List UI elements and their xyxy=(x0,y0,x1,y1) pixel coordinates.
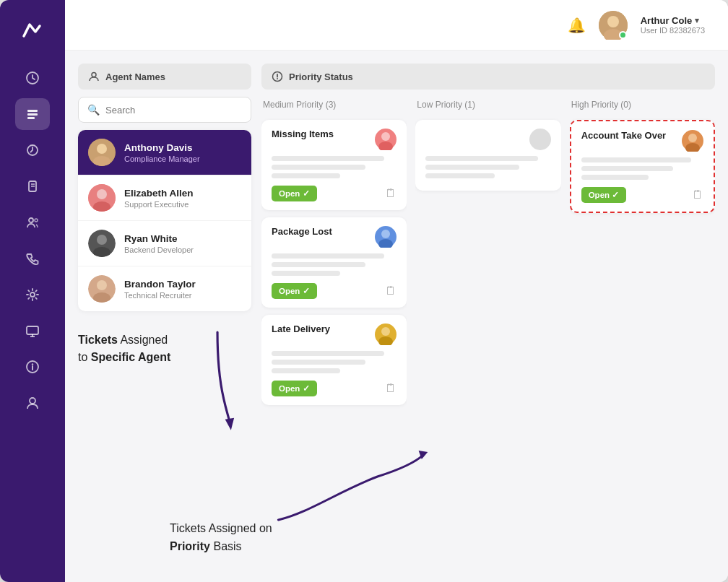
agent-avatar-anthony xyxy=(88,139,116,166)
ticket-title-row-pkg: Package Lost xyxy=(272,226,396,248)
online-indicator xyxy=(619,31,627,39)
ticket-title-package: Package Lost xyxy=(272,226,369,237)
agent-name-brandon: Brandon Taylor xyxy=(124,279,196,290)
open-button-late[interactable]: Open ✓ xyxy=(272,381,317,396)
ticket-avatar-package xyxy=(375,226,396,248)
ticket-title-late: Late Delivery xyxy=(272,323,369,334)
lp-line-3 xyxy=(425,173,494,178)
svg-point-19 xyxy=(607,16,619,27)
agent-name-ryan: Ryan White xyxy=(124,233,194,244)
svg-point-26 xyxy=(97,189,107,199)
main-area: 🔔 Arthur Cole ▾ User ID 82382673 xyxy=(65,0,728,582)
svg-point-10 xyxy=(30,292,35,297)
sidebar-item-display[interactable] xyxy=(15,315,50,347)
header: 🔔 Arthur Cole ▾ User ID 82382673 xyxy=(65,0,728,51)
agent-item-elizabeth[interactable]: Elizabeth Allen Support Executive xyxy=(78,175,251,221)
sidebar-item-tickets[interactable] xyxy=(15,98,50,130)
ticket-card-missing-items: Missing Items Open ✓ 🗒 xyxy=(261,120,407,210)
avatar xyxy=(599,11,628,40)
medium-priority-header: Medium Priority (3) xyxy=(261,97,407,113)
ticket-title-missing: Missing Items xyxy=(272,129,369,139)
svg-point-38 xyxy=(381,132,390,141)
doc-icon-late[interactable]: 🗒 xyxy=(385,382,396,395)
ticket-card-package-lost: Package Lost Open ✓ 🗒 xyxy=(261,217,407,308)
sidebar-item-phone[interactable] xyxy=(15,243,50,274)
sidebar-item-info[interactable] xyxy=(15,351,50,383)
app-logo[interactable] xyxy=(17,13,48,45)
notifications-bell-icon[interactable]: 🔔 xyxy=(568,17,586,34)
ticket-line-2b xyxy=(272,262,365,267)
ticket-avatar-at xyxy=(682,130,703,152)
agent-avatar-ryan xyxy=(88,230,116,257)
low-priority-header: Low Priority (1) xyxy=(415,97,560,113)
search-input[interactable] xyxy=(105,105,242,116)
agent-info-anthony: Anthony Davis Compliance Manager xyxy=(124,142,200,163)
open-button-at[interactable]: Open ✓ xyxy=(581,187,627,203)
svg-point-36 xyxy=(277,78,278,79)
sidebar-item-history[interactable] xyxy=(15,134,50,166)
ticket-line-3 xyxy=(272,173,340,178)
svg-point-32 xyxy=(97,280,107,290)
doc-icon-at[interactable]: 🗒 xyxy=(692,188,703,201)
svg-point-44 xyxy=(381,327,390,336)
open-button-package[interactable]: Open ✓ xyxy=(272,283,317,299)
high-priority-col: High Priority (0) Account Take Over xyxy=(570,97,715,569)
lp-line-1 xyxy=(425,156,538,161)
agent-role-anthony: Compliance Manager xyxy=(124,155,200,163)
sidebar-nav xyxy=(0,62,65,419)
content-area: Agent Names 🔍 Anthony Davis Compliance xyxy=(65,51,728,582)
ticket-title-row: Missing Items xyxy=(272,129,396,150)
ticket-line-3c xyxy=(272,368,340,373)
agent-info-brandon: Brandon Taylor Technical Recruiter xyxy=(124,279,196,300)
svg-point-47 xyxy=(688,134,697,142)
svg-point-17 xyxy=(30,398,35,404)
user-id: User ID 82382673 xyxy=(641,26,705,35)
svg-point-8 xyxy=(29,218,33,222)
svg-rect-3 xyxy=(27,117,35,119)
ticket-footer: Open ✓ 🗒 xyxy=(272,186,396,201)
ticket-card-low xyxy=(415,120,560,191)
ticket-title-row-low xyxy=(425,129,550,150)
sidebar-item-users-group[interactable] xyxy=(15,207,50,238)
sidebar-item-pages[interactable] xyxy=(15,170,50,202)
ticket-title-row-late: Late Delivery xyxy=(272,323,396,345)
agent-avatar-elizabeth xyxy=(88,184,116,212)
ticket-title-row-at: Account Take Over xyxy=(581,130,703,152)
sidebar-item-profile[interactable] xyxy=(15,387,50,419)
svg-point-29 xyxy=(97,235,107,245)
ticket-line-2c xyxy=(272,360,365,365)
ticket-line-2 xyxy=(272,165,365,170)
agent-item-ryan[interactable]: Ryan White Backend Developer xyxy=(78,221,251,266)
agent-names-header: Agent Names xyxy=(78,64,251,90)
agent-item-anthony[interactable]: Anthony Davis Compliance Manager xyxy=(78,130,251,175)
priority-status-header: Priority Status xyxy=(261,64,715,90)
ticket-avatar-late xyxy=(375,323,396,345)
ticket-footer-at: Open ✓ 🗒 xyxy=(581,187,703,203)
chevron-down-icon[interactable]: ▾ xyxy=(695,16,699,25)
user-info: Arthur Cole ▾ User ID 82382673 xyxy=(641,15,705,35)
high-priority-header: High Priority (0) xyxy=(570,97,715,113)
search-icon: 🔍 xyxy=(87,104,100,116)
doc-icon-package[interactable]: 🗒 xyxy=(385,285,396,297)
at-line-1 xyxy=(581,157,691,162)
svg-point-41 xyxy=(381,230,390,238)
at-line-3 xyxy=(581,175,649,180)
at-line-2 xyxy=(581,166,673,171)
agent-item-brandon[interactable]: Brandon Taylor Technical Recruiter xyxy=(78,266,251,311)
svg-point-16 xyxy=(32,363,33,365)
agent-role-elizabeth: Support Executive xyxy=(124,200,194,209)
ticket-card-account-takeover: Account Take Over Open ✓ 🗒 xyxy=(570,120,715,213)
search-box[interactable]: 🔍 xyxy=(78,97,251,123)
svg-rect-1 xyxy=(27,110,38,112)
sidebar-item-dashboard[interactable] xyxy=(15,62,50,94)
open-button-missing[interactable]: Open ✓ xyxy=(272,186,317,201)
annotation-bottom: Tickets Assigned onPriority Basis xyxy=(170,519,272,556)
agent-info-ryan: Ryan White Backend Developer xyxy=(124,233,194,254)
doc-icon-missing[interactable]: 🗒 xyxy=(385,187,396,200)
priority-status-label: Priority Status xyxy=(289,71,353,82)
sidebar-item-settings[interactable] xyxy=(15,279,50,310)
agent-avatar-brandon xyxy=(88,275,116,303)
low-priority-col: Low Priority (1) xyxy=(415,97,560,569)
svg-rect-11 xyxy=(27,326,38,334)
svg-point-9 xyxy=(35,219,38,222)
